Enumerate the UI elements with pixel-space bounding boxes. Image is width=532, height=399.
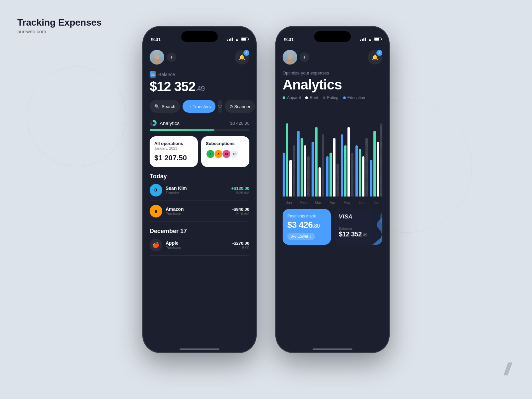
payments-made-card[interactable]: Payments made $3 426.80 3% Lower ↓	[283, 209, 331, 245]
analytics-row-1: Analytics $3 426.80	[150, 119, 249, 127]
phone1-header: + 🔔 3	[150, 50, 249, 65]
chart-label-May: May	[341, 200, 353, 204]
page-subtitle: purrweb.com	[17, 29, 102, 34]
progress-bar-1	[150, 129, 249, 131]
all-operations-card[interactable]: All operations January, 2023 $1 207.50	[150, 136, 198, 167]
heart-button-1[interactable]: ♡	[218, 100, 222, 113]
subscriptions-card[interactable]: Subscriptions ♪ a ⊛ +8	[201, 136, 249, 167]
tx-amount-1: +$130.00	[231, 186, 249, 191]
chart-group-0	[283, 123, 295, 197]
amazon-icon: a	[150, 205, 162, 217]
slash-decoration: //	[503, 359, 510, 379]
chart-bar-6-1	[373, 131, 376, 197]
chart-bar-4-1	[344, 145, 346, 197]
chart-bar-3-1	[330, 153, 332, 197]
chart-bar-4-0	[341, 134, 343, 197]
avatar-group-2: +	[283, 50, 309, 65]
chart-month-labels: JanFebMarAprMayJunJul	[283, 200, 382, 204]
avatar-face-1	[150, 50, 164, 65]
status-icons-1: ▲	[227, 37, 248, 42]
notification-badge-2: 3	[376, 50, 382, 56]
bottom-cards-2: Payments made $3 426.80 3% Lower ↓ VISA …	[283, 209, 382, 245]
legend-rent: Rent	[305, 95, 318, 100]
analytics-label-1: Analytics	[150, 119, 180, 127]
status-time-2: 9:41	[284, 37, 294, 42]
home-indicator-2	[313, 348, 352, 350]
action-buttons-1: 🔍 Search → Transfers ♡ ⊙ Scanner	[150, 100, 249, 113]
chart-label-Apr: Apr	[326, 200, 339, 204]
payment-card-amount: $3 426.80	[287, 220, 326, 230]
home-indicator-1	[180, 348, 219, 350]
chart-label-Jan: Jan	[283, 200, 295, 204]
tx-type-3: Purchase	[166, 246, 181, 250]
transaction-apple[interactable]: 🍎 Apple Purchase -$270.00 5:00	[150, 235, 249, 256]
chart-bar-4-2	[347, 127, 350, 197]
progress-fill-1	[150, 129, 214, 131]
battery-fill-1	[241, 38, 246, 41]
chart-bar-5-1	[359, 149, 361, 197]
transaction-amazon[interactable]: a Amazon Purchase -$940.00 2:16 AM	[150, 201, 249, 222]
legend-dot-apparel	[283, 96, 285, 99]
subs-title: Subscriptions	[206, 141, 245, 146]
wifi-icon-2: ▲	[368, 37, 372, 42]
chart-bar-6-3	[380, 123, 382, 197]
phone-2: 9:41 ▲	[276, 27, 389, 352]
signal-icon-2	[360, 38, 366, 41]
chart-bar-5-0	[355, 145, 358, 197]
avatar-group-1: +	[150, 50, 176, 65]
chart-bar-4-3	[351, 153, 353, 197]
visa-card[interactable]: VISA Balance $12 352.49	[334, 209, 382, 245]
chart-label-Feb: Feb	[297, 200, 310, 204]
add-button-1[interactable]: +	[167, 53, 176, 62]
lower-badge[interactable]: 3% Lower ↓	[287, 233, 315, 240]
chart-label-Jul: Jul	[370, 200, 382, 204]
balance-section-1: 💳 Balance $12 352.49	[150, 71, 249, 94]
transaction-sean-kim[interactable]: ✈ Sean Kim Transfer +$130.00 5:28 AM	[150, 180, 249, 201]
tx-right-2: -$940.00 2:16 AM	[232, 207, 249, 216]
status-time-1: 9:41	[151, 37, 161, 42]
chart-bar-3-3	[336, 164, 339, 197]
bar-chart: JanFebMarAprMayJunJul	[283, 105, 382, 204]
search-button-1[interactable]: 🔍 Search	[150, 100, 180, 113]
phones-container: 9:41 ▲	[143, 27, 389, 352]
svg-point-1	[152, 122, 155, 124]
tx-amount-2: -$940.00	[232, 207, 249, 212]
tx-name-2: Amazon	[166, 206, 184, 212]
battery-fill-2	[374, 38, 379, 41]
chart-bar-1-3	[307, 156, 310, 197]
notification-button-1[interactable]: 🔔 3	[235, 50, 249, 65]
scanner-button-1[interactable]: ⊙ Scanner	[225, 100, 255, 113]
pie-chart-icon-1	[150, 119, 157, 127]
payment-card-label: Payments made	[287, 214, 326, 218]
chart-group-1	[297, 131, 310, 197]
chart-bar-2-3	[322, 134, 324, 197]
tx-right-1: +$130.00 5:28 AM	[231, 186, 249, 195]
notification-button-2[interactable]: 🔔 3	[368, 50, 382, 65]
tx-type-1: Transfer	[166, 191, 187, 195]
chart-group-6	[370, 123, 382, 197]
signal-icon-1	[227, 38, 233, 41]
visa-wave-decoration	[359, 209, 382, 245]
legend-dot-rent	[305, 96, 308, 99]
today-label: Today	[150, 173, 249, 180]
avatar-1[interactable]	[150, 50, 164, 65]
wallet-icon-1: 💳	[150, 71, 156, 78]
tx-time-1: 5:28 AM	[231, 191, 249, 195]
battery-icon-2	[374, 38, 381, 41]
subscription-icons: ♪ a ⊛ +8	[206, 149, 245, 159]
search-icon-1: 🔍	[154, 104, 160, 109]
chart-group-4	[341, 127, 353, 197]
transfers-button-1[interactable]: → Transfers	[183, 100, 215, 113]
add-button-2[interactable]: +	[300, 53, 309, 62]
all-ops-sub: January, 2023	[154, 146, 193, 150]
phone1-content: + 🔔 3 💳 Balance $12 352.49	[143, 47, 256, 352]
chart-group-5	[355, 138, 368, 197]
tx-time-3: 5:00	[232, 246, 249, 250]
chart-bar-2-0	[312, 142, 314, 197]
all-ops-title: All operations	[154, 141, 193, 146]
balance-label-1: 💳 Balance	[150, 71, 249, 78]
chart-label-Mar: Mar	[312, 200, 324, 204]
legend-dot-eating	[323, 96, 326, 99]
avatar-2[interactable]	[283, 50, 297, 65]
chart-bar-3-2	[333, 138, 335, 197]
